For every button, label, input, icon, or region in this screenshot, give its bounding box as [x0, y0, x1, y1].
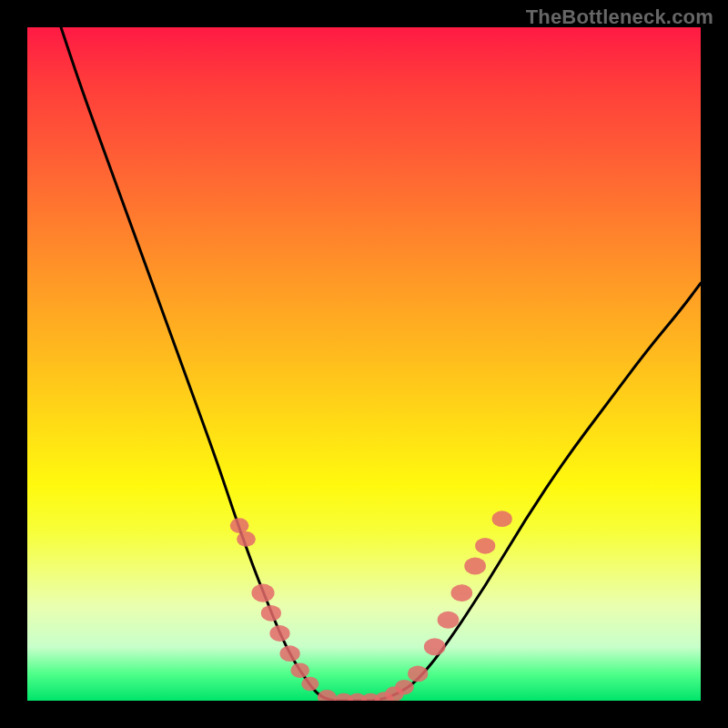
data-marker: [269, 625, 289, 642]
data-markers: [230, 511, 512, 701]
data-marker: [251, 584, 274, 602]
chart-frame: TheBottleneck.com: [0, 0, 728, 728]
data-marker: [408, 666, 428, 682]
data-marker: [424, 638, 446, 655]
data-marker: [237, 531, 256, 547]
plot-area: [27, 27, 701, 701]
data-marker: [261, 605, 281, 622]
data-marker: [492, 511, 512, 527]
data-marker: [475, 538, 495, 554]
data-marker: [301, 677, 318, 691]
data-marker: [438, 612, 460, 629]
watermark-text: TheBottleneck.com: [526, 5, 713, 29]
bottleneck-curve: [61, 27, 701, 701]
data-marker: [290, 662, 309, 678]
data-marker: [450, 584, 472, 602]
data-marker: [280, 645, 300, 662]
data-marker: [395, 680, 414, 695]
data-marker: [464, 558, 486, 575]
data-marker: [230, 518, 249, 533]
chart-svg: [27, 27, 701, 701]
data-marker: [318, 690, 337, 701]
